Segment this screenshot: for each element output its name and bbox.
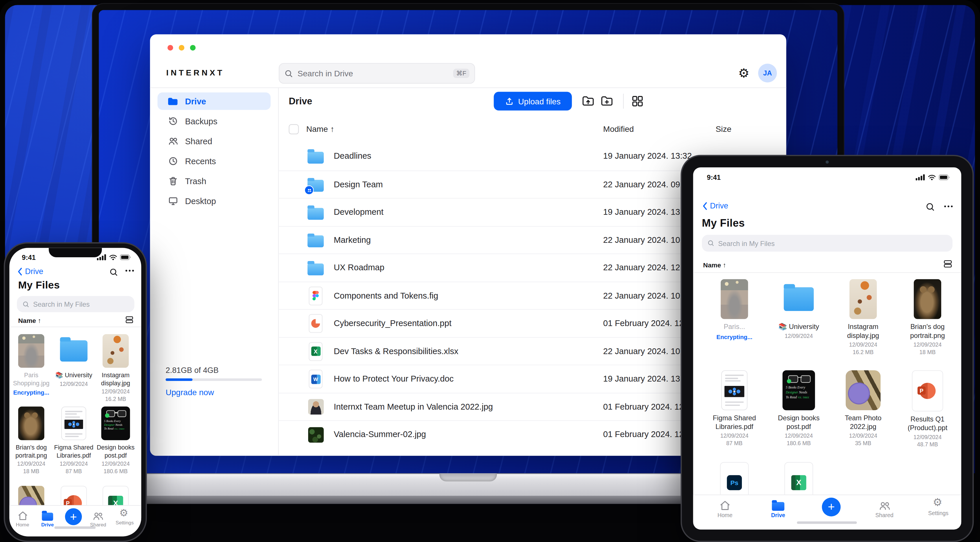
grid-item-figma-shared-libraries[interactable]: Figma Shared Libraries.pdf 12/09/2024 87…	[706, 370, 762, 446]
sidebar-item-label: Recents	[185, 156, 216, 166]
tab-shared[interactable]: Shared	[90, 510, 106, 528]
upgrade-now-link[interactable]: Upgrade now	[165, 388, 214, 397]
home-indicator[interactable]	[54, 526, 96, 529]
iphone-notch	[49, 248, 102, 257]
zoom-window-button[interactable]	[190, 45, 196, 51]
tab-drive[interactable]: Drive	[769, 499, 788, 518]
upload-folder-icon[interactable]	[582, 95, 594, 107]
search-icon[interactable]	[926, 202, 935, 212]
select-all-checkbox[interactable]	[289, 124, 299, 135]
toolbar-divider	[623, 94, 624, 109]
folder-icon	[784, 287, 814, 311]
grid-item-results-q1[interactable]: Results Q1 (Product).ppt 12/09/2024 48.7…	[899, 370, 955, 447]
plus-icon: +	[822, 498, 841, 517]
back-to-drive-button[interactable]: Drive	[702, 202, 728, 211]
storage-progress-fill	[165, 379, 192, 381]
upload-files-button[interactable]: Upload files	[494, 92, 572, 111]
list-view-toggle-icon[interactable]	[125, 315, 134, 324]
tab-settings[interactable]: ⚙ Settings	[928, 498, 947, 517]
grid-item-instagram-display[interactable]: Instagram display.jpg 12/09/2024 16.2 MB	[95, 334, 135, 402]
cellular-signal-icon	[97, 254, 106, 260]
sidebar-item-backups[interactable]: Backups	[158, 113, 270, 130]
home-icon	[14, 510, 31, 521]
sidebar-item-shared[interactable]: Shared	[158, 132, 270, 150]
word-file-icon: W	[306, 365, 325, 393]
file-table-header: Name ↑ Modified Size	[278, 120, 786, 143]
photo-thumbnail	[18, 406, 45, 440]
upload-files-label: Upload files	[518, 97, 561, 106]
minimize-window-button[interactable]	[179, 45, 184, 51]
grid-item-paris-shopping[interactable]: Paris Shopping.jpg Encrypting...	[11, 334, 51, 396]
search-icon	[285, 69, 293, 78]
photo-thumbnail	[914, 279, 941, 319]
gear-icon: ⚙	[928, 498, 947, 509]
sort-by-name[interactable]: Name ↑	[18, 317, 41, 324]
search-my-files-input[interactable]: Search in My Files	[702, 235, 953, 252]
home-indicator[interactable]	[797, 521, 857, 524]
tab-home[interactable]: Home	[716, 499, 734, 518]
search-shortcut-badge: ⌘F	[453, 69, 469, 78]
grid-item-brians-dog[interactable]: Brian's dog portrait.png 12/09/2024 18 M…	[11, 406, 51, 474]
grid-item-design-books-post[interactable]: 5 Books Every Designer Needs To Read VOL…	[95, 406, 135, 474]
grid-item-paris[interactable]: Paris... Encrypting...	[706, 279, 762, 340]
books-emoji: 📚	[778, 323, 787, 330]
photo-thumbnail	[306, 421, 325, 448]
tab-drive[interactable]: Drive	[39, 510, 56, 528]
search-icon	[708, 239, 714, 247]
drive-search-input[interactable]: Search in Drive ⌘F	[278, 63, 475, 84]
close-window-button[interactable]	[167, 45, 173, 51]
column-header-name[interactable]: Name ↑	[306, 124, 334, 133]
sidebar-item-desktop[interactable]: Desktop	[158, 192, 270, 209]
more-options-icon[interactable]	[944, 205, 953, 208]
status-time: 9:41	[707, 174, 721, 181]
more-options-icon[interactable]	[125, 269, 134, 272]
grid-item-team-photo-2022[interactable]: Team Photo 2022.jpg 12/09/2024 35 MB	[835, 370, 891, 446]
back-to-drive-button[interactable]: Drive	[17, 267, 43, 276]
grid-item-university[interactable]: 📚 University 12/09/2024	[54, 334, 94, 387]
photo-thumbnail	[846, 370, 881, 410]
column-header-modified[interactable]: Modified	[603, 124, 634, 133]
grid-item-brians-dog[interactable]: Brian's dog portrait.png 12/09/2024 18 M…	[899, 279, 955, 355]
folder-icon	[306, 198, 325, 226]
sidebar-item-trash[interactable]: Trash	[158, 172, 270, 190]
search-icon[interactable]	[109, 268, 118, 277]
figma-file-icon	[306, 282, 325, 310]
settings-gear-icon[interactable]: ⚙	[737, 66, 751, 81]
new-folder-icon[interactable]	[601, 95, 613, 107]
upload-icon	[505, 97, 514, 106]
book-cover-thumbnail: 5 Books Every Designer Needs To Read VOL…	[783, 370, 815, 410]
storage-progress-bar	[165, 379, 262, 381]
tab-shared[interactable]: Shared	[875, 499, 894, 518]
grid-item-figma-shared-libraries[interactable]: Figma Shared Libraries.pdf 12/09/2024 87…	[54, 406, 94, 474]
tab-settings[interactable]: ⚙ Settings	[116, 507, 132, 526]
home-icon	[716, 499, 734, 511]
iphone-frame: 9:41 Drive My Files Search in My Files N…	[5, 243, 146, 540]
cellular-signal-icon	[916, 174, 925, 181]
list-view-toggle-icon[interactable]	[943, 259, 953, 268]
page-title: My Files	[18, 279, 60, 291]
photo-thumbnail	[850, 279, 877, 319]
bottom-tab-bar: Home Drive + Shared ⚙ Settings	[9, 505, 141, 537]
sidebar-item-recents[interactable]: Recents	[158, 152, 270, 170]
add-new-button[interactable]: +	[65, 508, 82, 525]
sidebar-item-drive[interactable]: Drive	[158, 92, 270, 110]
grid-item-design-books-post[interactable]: 5 Books Every Designer Needs To Read VOL…	[770, 370, 827, 446]
tab-home[interactable]: Home	[14, 510, 31, 528]
grid-item-instagram-display[interactable]: Instagram display.jpg 12/09/2024 16.2 MB	[835, 279, 891, 355]
search-my-files-input[interactable]: Search in My Files	[17, 296, 134, 312]
grid-view-icon[interactable]	[632, 95, 644, 107]
shared-folder-icon	[306, 171, 325, 198]
drive-search-placeholder: Search in Drive	[298, 69, 453, 78]
page-title: Drive	[289, 95, 312, 106]
sidebar: Drive Backups Shared Recents Trash Deskt…	[150, 87, 278, 456]
sort-by-name[interactable]: Name ↑	[703, 261, 726, 269]
folder-icon	[39, 510, 56, 521]
add-new-button[interactable]: +	[822, 498, 841, 517]
grid-item-university[interactable]: 📚 University 12/09/2024	[770, 279, 827, 339]
battery-icon	[939, 174, 950, 181]
account-avatar[interactable]: JA	[758, 63, 777, 82]
excel-file-icon: X	[306, 338, 325, 365]
column-header-size[interactable]: Size	[716, 124, 732, 133]
folder-icon	[167, 96, 178, 107]
photo-thumbnail	[18, 334, 45, 368]
